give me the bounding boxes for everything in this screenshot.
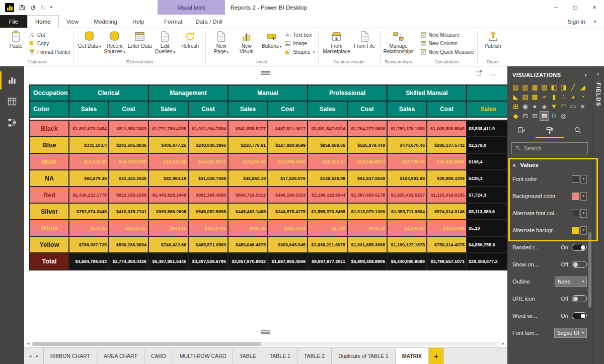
collapse-ribbon-icon[interactable]: ∧ bbox=[593, 19, 597, 24]
matrix-cell[interactable]: $23,442.2546 bbox=[109, 170, 149, 187]
matrix-cell[interactable]: $811,953.7433 bbox=[109, 121, 149, 137]
matrix-cell[interactable]: $244,678.4275 bbox=[268, 204, 308, 220]
background-color-picker[interactable]: ▾ bbox=[572, 192, 587, 201]
show-on-bars-toggle[interactable] bbox=[572, 261, 587, 268]
more-options-icon[interactable]: … bbox=[489, 70, 496, 75]
matrix-cell[interactable]: $127,880.9599 bbox=[268, 137, 308, 154]
report-view-button[interactable] bbox=[0, 71, 24, 89]
viz-icon-clustered-bar-chart[interactable]: ▦ bbox=[531, 83, 539, 92]
matrix-total-cell[interactable]: $9,907,977.2811 bbox=[308, 253, 348, 270]
matrix-cell[interactable]: $19,122.05 bbox=[69, 154, 109, 170]
matrix-cost-header[interactable]: Cost bbox=[109, 102, 149, 118]
search-input[interactable] bbox=[524, 145, 584, 151]
viz-icon-table[interactable]: ⊞ bbox=[531, 112, 539, 120]
background-color-dropdown-icon[interactable]: ▾ bbox=[580, 192, 587, 201]
scrollbar-track[interactable] bbox=[32, 342, 499, 346]
recent-sources-button[interactable]: Recent Sources▾ bbox=[102, 30, 127, 54]
alternate-font-color-swatch[interactable] bbox=[572, 210, 579, 217]
matrix-row-label[interactable]: Blue bbox=[30, 137, 69, 154]
scroll-left-icon[interactable]: ◄ bbox=[26, 342, 30, 346]
page-tab-scroll-right-icon[interactable]: ► bbox=[35, 354, 39, 358]
visual-drag-handle-bottom[interactable] bbox=[261, 330, 270, 334]
matrix-cell[interactable]: $789,937.725 bbox=[69, 237, 109, 253]
matrix-row[interactable]: Blue $331,103.4$201,505.8836$406,877.25$… bbox=[30, 137, 507, 154]
viz-icon-line-and-clustered-column-chart[interactable]: ▩ bbox=[531, 93, 539, 101]
ribbon-tab[interactable]: Help bbox=[125, 15, 152, 28]
matrix-cell[interactable]: $812,150.1556 bbox=[109, 187, 149, 204]
matrix-cell[interactable]: $406,877.25 bbox=[149, 137, 189, 154]
matrix-cell[interactable]: $999,866.2608 bbox=[149, 204, 189, 220]
matrix-group-header[interactable]: Skilled Manual bbox=[388, 85, 467, 102]
page-tab[interactable]: TABLE 2 bbox=[297, 348, 332, 364]
url-icon-toggle[interactable] bbox=[572, 295, 587, 302]
matrix-cell[interactable]: $1,771,756.4288 bbox=[149, 121, 189, 137]
focus-mode-icon[interactable] bbox=[476, 69, 483, 76]
matrix-total-cell[interactable]: $2,774,350.4426 bbox=[109, 253, 149, 270]
matrix-cell[interactable]: $2,299,118.9544 bbox=[308, 187, 348, 204]
matrix-cell[interactable]: $881,196.4585 bbox=[189, 187, 229, 204]
matrix-total-cell[interactable]: $4,684,786.643 bbox=[69, 253, 109, 270]
matrix-cell[interactable]: $752,974.3448 bbox=[69, 204, 109, 220]
data-view-button[interactable] bbox=[0, 93, 24, 111]
new-page-tab-button[interactable]: + bbox=[429, 348, 444, 364]
matrix-cell[interactable]: $25,756.96 bbox=[388, 154, 427, 170]
matrix-cell[interactable]: $30,320.21 bbox=[308, 154, 348, 170]
matrix-cell[interactable]: $286,137.5732 bbox=[427, 137, 467, 154]
matrix-cell[interactable]: $3,081,847.6204 bbox=[308, 121, 348, 137]
page-tab[interactable]: MATRIX bbox=[396, 348, 429, 364]
matrix-cell[interactable]: $1,022,264.7354 bbox=[189, 121, 229, 137]
matrix-group-header[interactable]: Management bbox=[149, 85, 229, 102]
matrix-row-label[interactable]: Silver bbox=[30, 204, 69, 220]
enter-data-button[interactable]: Enter Data bbox=[127, 30, 152, 49]
matrix-cell[interactable]: $353.0415 bbox=[189, 220, 229, 237]
edit-queries-button[interactable]: Edit Queries▾ bbox=[153, 30, 177, 54]
matrix-cell[interactable]: $1,031,655.3068 bbox=[348, 237, 388, 253]
viz-icon-line-and-stacked-column-chart[interactable]: ▨ bbox=[521, 93, 530, 101]
matrix-cell[interactable]: $1,392,073.2454 bbox=[69, 121, 109, 137]
matrix-group-header-clipped[interactable] bbox=[467, 85, 507, 102]
fields-pane-tab[interactable] bbox=[507, 124, 536, 138]
matrix-cell[interactable]: $465,571.0569 bbox=[189, 237, 229, 253]
matrix-visual[interactable]: Occupation ClericalManagementManualProfe… bbox=[29, 84, 507, 270]
matrix-cell[interactable]: $1,858,373.3488 bbox=[308, 204, 348, 220]
text-box-button[interactable]: Text box bbox=[284, 32, 315, 38]
matrix-cell[interactable]: $1,199,127.1675 bbox=[388, 237, 427, 253]
format-pane-tab[interactable] bbox=[536, 124, 564, 138]
matrix-group-header[interactable]: Manual bbox=[229, 85, 308, 102]
matrix-cell[interactable]: $138,628.98 bbox=[308, 170, 348, 187]
outline-dropdown[interactable]: None▾ bbox=[555, 277, 587, 287]
viz-icon-scatter-chart[interactable]: ∴ bbox=[559, 93, 568, 101]
viz-icon-stacked-bar-chart[interactable]: ▤ bbox=[511, 83, 520, 92]
matrix-cell[interactable]: $38,889.4309 bbox=[427, 170, 467, 187]
viz-icon-clustered-column-chart[interactable]: ▧ bbox=[540, 83, 549, 92]
viz-icon-stacked-column-chart[interactable]: ▥ bbox=[521, 83, 530, 92]
matrix-row-total-cell[interactable]: $8,838,411.9 bbox=[467, 121, 507, 137]
shapes-button[interactable]: Shapes▾ bbox=[284, 49, 315, 55]
matrix-row-dimension-header[interactable]: Color bbox=[30, 102, 69, 118]
matrix-cost-header[interactable]: Cost bbox=[189, 102, 229, 118]
page-tab[interactable]: Duplicate of TABLE 1 bbox=[332, 348, 395, 364]
matrix-cell[interactable]: $574,014.0148 bbox=[427, 204, 467, 220]
matrix-cell[interactable]: $248,036.3966 bbox=[189, 137, 229, 154]
font-color-picker[interactable]: ▾ bbox=[572, 175, 587, 184]
viz-icon-pie-chart[interactable]: ◕ bbox=[569, 93, 577, 101]
font-color-dropdown-icon[interactable]: ▾ bbox=[580, 175, 587, 184]
matrix-cell[interactable]: $210,776.61 bbox=[229, 137, 268, 154]
matrix-cell[interactable]: $1,397,650.5178 bbox=[348, 187, 388, 204]
viz-icon-ribbon-chart[interactable]: ≈ bbox=[540, 93, 549, 101]
matrix-grand-total-cell[interactable]: $29,358,677.2 bbox=[467, 253, 507, 270]
copy-button[interactable]: Copy bbox=[29, 40, 70, 47]
banded-rows-toggle[interactable] bbox=[572, 244, 587, 251]
refresh-button[interactable]: Refresh bbox=[178, 30, 202, 49]
matrix-cell[interactable]: $1,750,176.1353 bbox=[388, 121, 427, 137]
matrix-row-total-cell[interactable]: $5,113,389.6 bbox=[467, 204, 507, 220]
matrix-corner-header[interactable]: Occupation bbox=[30, 85, 69, 102]
page-tab[interactable]: CARD bbox=[144, 348, 173, 364]
matrix-row[interactable]: Yellow $789,937.725$500,286.9804$740,422… bbox=[30, 237, 507, 253]
viz-icon-stacked-area-chart[interactable]: ◣ bbox=[511, 93, 520, 101]
matrix-cell[interactable]: $14,023.6712 bbox=[189, 154, 229, 170]
matrix-cell[interactable]: $10,055.3992 bbox=[268, 154, 308, 170]
matrix-cell[interactable]: $31,028.7556 bbox=[189, 170, 229, 187]
format-pane-scrollbar[interactable] bbox=[588, 232, 591, 308]
new-measure-button[interactable]: New Measure bbox=[420, 32, 474, 38]
